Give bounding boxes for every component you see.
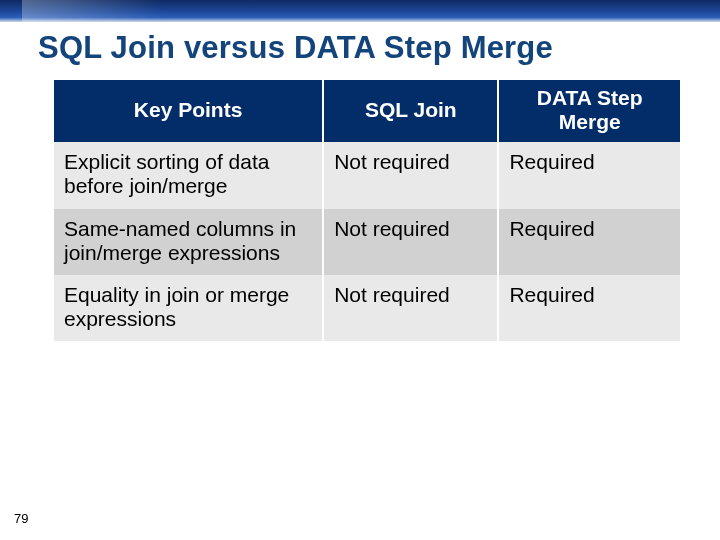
comparison-table: Key Points SQL Join DATA Step Merge Expl… [54,80,680,341]
table-row: Same-named columns in join/merge express… [54,209,680,275]
col-header-data-step: DATA Step Merge [498,80,680,142]
slide-title: SQL Join versus DATA Step Merge [38,30,720,66]
table-row: Equality in join or merge expressions No… [54,275,680,341]
comparison-table-wrap: Key Points SQL Join DATA Step Merge Expl… [54,80,680,341]
cell-sql-join: Not required [323,142,498,208]
col-header-key-points: Key Points [54,80,323,142]
cell-data-step: Required [498,275,680,341]
col-header-sql-join: SQL Join [323,80,498,142]
cell-key-point: Equality in join or merge expressions [54,275,323,341]
cell-key-point: Same-named columns in join/merge express… [54,209,323,275]
page-number: 79 [14,511,28,526]
slide-top-banner [0,0,720,22]
cell-data-step: Required [498,142,680,208]
cell-key-point: Explicit sorting of data before join/mer… [54,142,323,208]
cell-sql-join: Not required [323,209,498,275]
table-row: Explicit sorting of data before join/mer… [54,142,680,208]
cell-data-step: Required [498,209,680,275]
table-header-row: Key Points SQL Join DATA Step Merge [54,80,680,142]
cell-sql-join: Not required [323,275,498,341]
